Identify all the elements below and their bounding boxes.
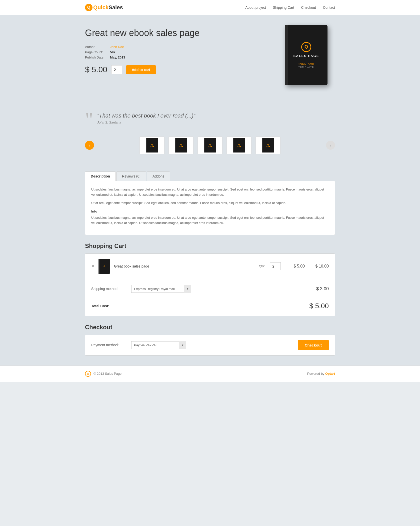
total-row: Total Cost: $ 5.00	[91, 299, 329, 311]
thumbnail-4[interactable]: Q★★★	[226, 136, 252, 154]
nav-about[interactable]: About project	[245, 6, 266, 10]
cart-qty-label: Qty:	[259, 264, 265, 268]
book-icon-circle: Q	[301, 42, 311, 52]
cart-row: ✕ Q Great book sales page Qty: $ 5.00 $ …	[91, 259, 329, 278]
hero-section: Great new ebook sales page Author: John …	[0, 15, 420, 102]
cart-quantity-input[interactable]	[270, 262, 281, 270]
main-nav: About project Shipping Cart Checkout Con…	[245, 6, 335, 10]
footer-copyright: © 2013 Sales Page	[94, 372, 122, 376]
powered-by-text: Powered by	[307, 372, 324, 376]
nav-cart[interactable]: Shipping Cart	[273, 6, 294, 10]
total-label: Total Cost:	[91, 304, 109, 308]
thumbnail-5[interactable]: Q★★★	[256, 136, 280, 154]
nav-contact[interactable]: Contact	[323, 6, 335, 10]
add-to-cart-button[interactable]: Add to cart	[126, 65, 156, 74]
product-meta: Author: John Doe Page Count: 597 Publish…	[85, 44, 210, 60]
cart-item-name: Great book sales page	[114, 264, 255, 268]
publish-date-value: May, 2013	[110, 55, 125, 60]
logo-icon: Q	[85, 4, 92, 11]
quote-author: John S. Santana	[97, 120, 196, 124]
shopping-cart-section: Shopping Cart ✕ Q Great book sales page …	[0, 242, 420, 324]
payment-select[interactable]: Pay via PAYPAL	[131, 341, 186, 349]
cart-unit-price: $ 5.00	[285, 264, 305, 268]
shopping-cart-title: Shopping Cart	[85, 242, 335, 250]
tab-content: Ut sodales faucibus magna, ac imperdiet …	[85, 181, 335, 235]
publish-date-label: Publish Date:	[85, 55, 110, 60]
book-title-text: SALES PAGE	[294, 54, 319, 58]
tab-addons[interactable]: Addons	[147, 172, 170, 181]
cart-item-thumbnail: Q	[98, 259, 110, 274]
quote-marks: "	[85, 112, 93, 126]
book-template-text: TEMPLATE	[298, 66, 314, 68]
quote-section: " “That was the best book I ever read (.…	[0, 102, 420, 132]
thumbnail-3[interactable]: Q★★★	[198, 136, 222, 154]
book-3d: Q SALES PAGE JOHN DOE TEMPLATE	[285, 25, 328, 85]
footer: Q © 2013 Sales Page Powered by Optart	[0, 366, 420, 382]
page-count-label: Page Count:	[85, 50, 110, 55]
product-title: Great new ebook sales page	[85, 28, 210, 38]
author-link[interactable]: John Doe	[110, 45, 124, 49]
footer-left: Q © 2013 Sales Page	[85, 371, 122, 377]
tab-reviews[interactable]: Reviews (0)	[116, 172, 146, 181]
logo-sales: Sales	[108, 4, 123, 11]
cart-total-price: $ 10.00	[309, 264, 329, 268]
shipping-price: $ 3.00	[316, 286, 329, 292]
book-cover: Q SALES PAGE JOHN DOE TEMPLATE	[285, 25, 335, 90]
shipping-label: Shipping method:	[91, 287, 131, 291]
page-count-value: 597	[110, 50, 125, 55]
info-p1: Ut sodales faucibus magna, ac imperdiet …	[91, 215, 329, 226]
thumbnail-1[interactable]: Q★★★	[140, 136, 164, 154]
price-row: $ 5.00 Add to cart	[85, 65, 210, 74]
carousel-next-button[interactable]: ›	[326, 141, 335, 150]
description-p2: Ut at arcu eget ante tempor suscipit. Se…	[91, 200, 329, 206]
cart-box: ✕ Q Great book sales page Qty: $ 5.00 $ …	[85, 254, 335, 316]
quote-text: “That was the best book I ever read (...…	[97, 112, 196, 119]
total-amount: $ 5.00	[309, 302, 329, 310]
thumbnail-2[interactable]: Q★★★	[168, 136, 194, 154]
author-label: Author:	[85, 44, 110, 50]
payment-label: Payment method:	[91, 343, 131, 347]
tab-description[interactable]: Description	[85, 172, 116, 181]
shipping-row: Shipping method: Express Registry Royal …	[91, 282, 329, 296]
shipping-select-wrap: Express Registry Royal mail ▼	[131, 285, 191, 293]
checkout-button[interactable]: Checkout	[298, 340, 329, 350]
footer-logo-icon: Q	[85, 371, 91, 377]
header: Q QuickSales About project Shipping Cart…	[0, 0, 420, 15]
checkout-box: Payment method: Pay via PAYPAL ▼ Checkou…	[85, 335, 335, 356]
footer-right: Powered by Optart	[307, 372, 335, 376]
description-p1: Ut sodales faucibus magna, ac imperdiet …	[91, 187, 329, 198]
tabs-section: Description Reviews (0) Addons Ut sodale…	[0, 164, 420, 242]
carousel-thumbs: Q★★★ Q★★★ Q★★★ Q★★★ Q★★★	[96, 136, 324, 154]
shipping-select[interactable]: Express Registry Royal mail	[131, 285, 191, 293]
tab-bar: Description Reviews (0) Addons	[85, 172, 335, 181]
carousel-prev-button[interactable]: ‹	[85, 141, 94, 150]
logo: Q QuickSales	[85, 4, 123, 11]
powered-by-link[interactable]: Optart	[325, 372, 335, 376]
checkout-title: Checkout	[85, 324, 335, 331]
product-price: $ 5.00	[85, 65, 107, 74]
carousel-section: ‹ Q★★★ Q★★★ Q★★★ Q★★★ Q★★★ ›	[0, 132, 420, 164]
book-icon-q: Q	[304, 44, 308, 50]
checkout-section: Checkout Payment method: Pay via PAYPAL …	[0, 324, 420, 366]
info-label: Info	[91, 210, 329, 213]
book-author-text: JOHN DOE	[298, 63, 314, 66]
logo-quick: Quick	[93, 4, 108, 11]
cart-remove-button[interactable]: ✕	[91, 264, 94, 268]
hero-left: Great new ebook sales page Author: John …	[85, 28, 210, 74]
nav-checkout[interactable]: Checkout	[301, 6, 316, 10]
quote-content: “That was the best book I ever read (...…	[97, 112, 196, 124]
payment-select-wrap: Pay via PAYPAL ▼	[131, 341, 186, 349]
quantity-input[interactable]	[111, 65, 122, 74]
